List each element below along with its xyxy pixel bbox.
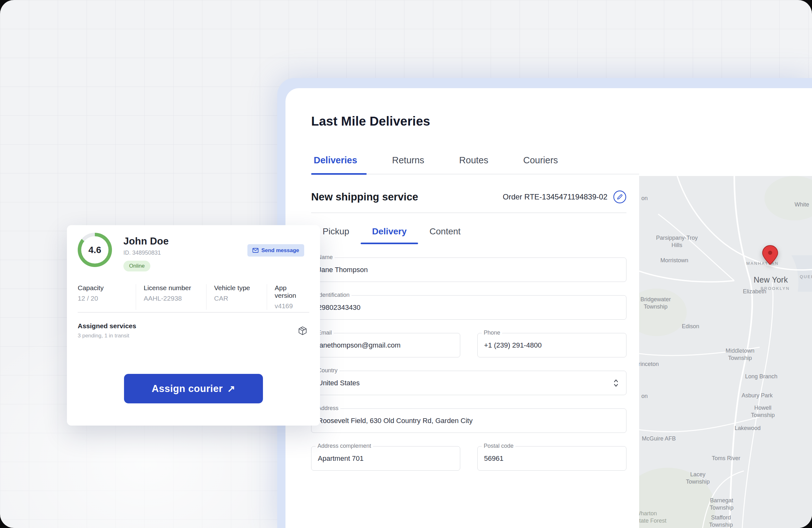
package-icon — [298, 326, 307, 336]
address-complement-field: Address complement — [311, 446, 460, 471]
email-phone-row: Email Phone — [311, 333, 626, 357]
main-tabs: Deliveries Returns Routes Couriers — [311, 155, 639, 174]
send-message-label: Send message — [261, 247, 299, 254]
map-place-label: Edison — [682, 323, 699, 330]
courier-header: John Doe ID. 348950831 Online — [124, 236, 169, 272]
phone-input[interactable] — [477, 333, 626, 357]
postal-code-label: Postal code — [482, 443, 516, 449]
map-place-label: Middletown Township — [725, 347, 754, 362]
courier-id: ID. 348950831 — [124, 250, 169, 256]
map-place-label: Elizabeth — [743, 288, 766, 295]
map-place-label: White — [795, 201, 809, 208]
main-content: Last Mile Deliveries Deliveries Returns … — [311, 88, 626, 471]
identification-field: Identification — [311, 295, 626, 320]
map-place-label: Parsippany-Troy Hills — [656, 234, 697, 249]
map-place-label: QUEE — [800, 274, 812, 279]
tab-routes[interactable]: Routes — [450, 155, 498, 174]
name-input[interactable] — [311, 258, 626, 282]
order-reference: Order RTE-1345471194839-02 — [503, 192, 607, 201]
country-select[interactable] — [311, 371, 626, 395]
phone-label: Phone — [482, 329, 502, 336]
phone-field: Phone — [477, 333, 626, 357]
map-place-label: New York — [754, 275, 788, 285]
complement-postal-row: Address complement Postal code — [311, 446, 626, 471]
map-labels: onWhiteParsippany-Troy HillsMorristownMA… — [639, 176, 812, 528]
map-place-label: Toms River — [712, 455, 740, 462]
map-place-label: Wharton State Forest — [639, 510, 666, 524]
online-status-badge: Online — [124, 261, 150, 272]
stat-label: App version — [275, 284, 306, 299]
tab-couriers[interactable]: Couriers — [513, 155, 567, 174]
address-complement-input[interactable] — [311, 446, 460, 471]
subtab-content[interactable]: Content — [418, 216, 472, 244]
order-ref-group: Order RTE-1345471194839-02 — [503, 190, 626, 204]
screen: Last Mile Deliveries Deliveries Returns … — [0, 0, 812, 528]
stat-label: License number — [144, 284, 203, 292]
country-field: Country — [311, 371, 626, 395]
edit-order-button[interactable] — [613, 190, 626, 204]
map-place-label: Lakewood — [735, 425, 760, 432]
tab-returns[interactable]: Returns — [382, 155, 434, 174]
map-place-label: Long Branch — [745, 373, 778, 380]
stat-label: Vehicle type — [214, 284, 264, 292]
map-place-label: Howell Township — [751, 404, 774, 419]
address-complement-label: Address complement — [316, 443, 373, 449]
email-field: Email — [311, 333, 460, 357]
main-panel: Last Mile Deliveries Deliveries Returns … — [286, 88, 812, 528]
map-place-label: on — [641, 393, 648, 400]
stat-value: AAHL-22938 — [144, 295, 203, 302]
map-place-label: on — [641, 195, 648, 202]
rating-ring: 4.6 — [78, 233, 112, 267]
stat-label: Capacity — [78, 284, 133, 292]
map-place-label: Bridgewater Township — [640, 296, 671, 310]
assigned-services-title: Assigned services — [78, 322, 136, 330]
envelope-icon — [252, 248, 259, 253]
address-input[interactable] — [311, 408, 626, 433]
section-divider — [311, 212, 626, 213]
map-place-label: Asbury Park — [742, 392, 773, 399]
courier-stats: Capacity 12 / 20 License number AAHL-229… — [78, 284, 309, 310]
stat-license-number: License number AAHL-22938 — [136, 284, 206, 310]
stat-value: v4169 — [275, 302, 306, 310]
email-input[interactable] — [311, 333, 460, 357]
postal-code-field: Postal code — [477, 446, 626, 471]
map-place-label: Princeton — [639, 361, 659, 368]
stat-vehicle-type: Vehicle type CAR — [206, 284, 267, 310]
rating-value: 4.6 — [81, 236, 108, 264]
name-field: Name — [311, 258, 626, 282]
courier-card: 4.6 John Doe ID. 348950831 Online Send m… — [67, 225, 320, 426]
stat-value: CAR — [214, 295, 264, 302]
stat-app-version: App version v4169 — [267, 284, 309, 310]
map-place-label: Barnegat Township — [710, 497, 733, 511]
assigned-services-subtitle: 3 pending, 1 in transit — [78, 333, 136, 339]
map-place-label: Morristown — [661, 257, 688, 264]
map[interactable]: onWhiteParsippany-Troy HillsMorristownMA… — [639, 176, 812, 528]
map-place-label: Lacey Township — [686, 471, 710, 485]
arrow-up-right-icon: ↗ — [227, 383, 235, 394]
section-title: New shipping service — [311, 191, 418, 203]
identification-input[interactable] — [311, 295, 626, 320]
pencil-edit-icon — [613, 190, 626, 204]
map-place-label: Stafford Township — [709, 514, 733, 528]
page-title: Last Mile Deliveries — [311, 114, 626, 129]
order-header-row: New shipping service Order RTE-134547119… — [311, 190, 626, 204]
send-message-button[interactable]: Send message — [247, 244, 304, 256]
stat-value: 12 / 20 — [78, 295, 133, 302]
assigned-services: Assigned services 3 pending, 1 in transi… — [78, 322, 136, 339]
map-pin-icon[interactable] — [762, 245, 778, 265]
subtab-delivery[interactable]: Delivery — [361, 216, 418, 244]
map-place-label: McGuire AFB — [642, 435, 676, 442]
assign-courier-label: Assign courier — [151, 383, 223, 395]
identification-label: Identification — [316, 292, 351, 298]
tab-deliveries[interactable]: Deliveries — [311, 155, 367, 174]
postal-code-input[interactable] — [477, 446, 626, 471]
courier-name: John Doe — [124, 236, 169, 247]
card-divider — [78, 312, 309, 313]
stat-capacity: Capacity 12 / 20 — [78, 284, 136, 310]
assign-courier-button[interactable]: Assign courier ↗ — [124, 374, 263, 404]
order-subtabs: Pickup Delivery Content — [311, 216, 626, 244]
address-field: Address — [311, 408, 626, 433]
